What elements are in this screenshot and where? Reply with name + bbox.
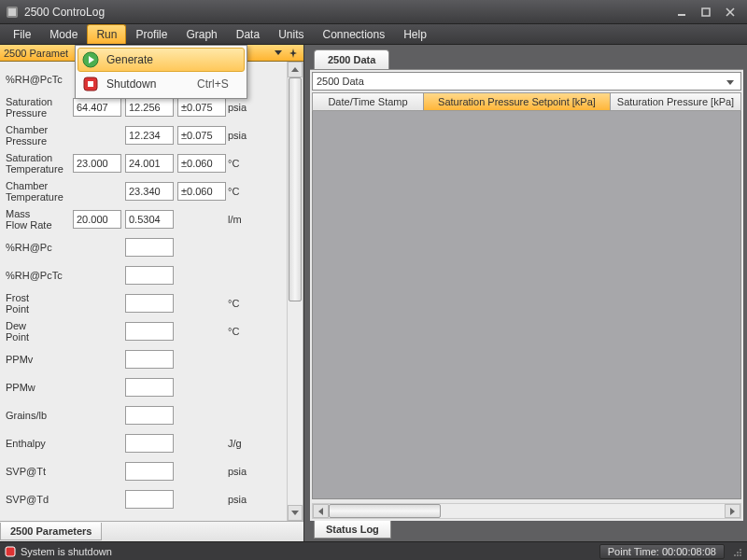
pin-icon[interactable] — [287, 47, 300, 60]
param-label: ChamberTemperature — [6, 180, 73, 203]
run-menu-shutdown[interactable]: ShutdownCtrl+S — [78, 72, 245, 96]
stop-icon — [80, 74, 101, 94]
svg-rect-11 — [740, 554, 741, 556]
param-input[interactable] — [125, 126, 174, 145]
column-header[interactable]: Saturation Pressure [kPa] — [611, 92, 741, 111]
param-input[interactable] — [177, 154, 226, 173]
param-input[interactable] — [177, 126, 226, 145]
data-source-combo[interactable]: 2500 Data — [312, 72, 741, 91]
param-unit: psia — [226, 102, 252, 113]
scroll-right-button[interactable] — [725, 504, 740, 518]
param-unit: °C — [226, 158, 252, 169]
statuslog-footer-tabs: Status Log — [310, 521, 747, 541]
param-row: Grains/lb — [0, 401, 287, 429]
menu-run[interactable]: Run — [87, 24, 126, 44]
parameters-scrollbar[interactable] — [287, 62, 303, 521]
param-row: SaturationTemperature°C — [0, 149, 287, 177]
param-input[interactable] — [73, 98, 121, 117]
column-header[interactable]: Date/Time Stamp — [312, 92, 424, 111]
parameters-footer-tabs: 2500 Parameters — [0, 521, 303, 541]
param-input[interactable] — [177, 98, 226, 117]
param-input[interactable] — [125, 406, 174, 425]
param-row: PPMv — [0, 345, 287, 373]
menu-graph[interactable]: Graph — [176, 24, 226, 44]
scroll-left-button[interactable] — [313, 504, 329, 518]
close-button[interactable] — [719, 4, 741, 21]
point-time-value: 00:00:08:08 — [662, 546, 716, 557]
param-input[interactable] — [125, 434, 174, 453]
param-label: ChamberPressure — [6, 124, 73, 147]
svg-rect-10 — [6, 547, 15, 556]
param-input[interactable] — [125, 350, 174, 369]
param-input[interactable] — [125, 462, 174, 481]
scroll-up-button[interactable] — [288, 62, 303, 77]
param-unit: l/m — [226, 214, 252, 225]
param-label: MassFlow Rate — [6, 208, 73, 231]
param-label: SVP@Tt — [6, 466, 73, 477]
run-menu-generate[interactable]: Generate — [78, 48, 245, 72]
data-tab[interactable]: 2500 Data — [314, 49, 389, 69]
statuslog-tab[interactable]: Status Log — [314, 521, 391, 539]
param-label: SVP@Td — [6, 494, 73, 505]
menu-help[interactable]: Help — [394, 24, 436, 44]
point-time-label: Point Time: — [608, 546, 659, 557]
work-area: 2500 Paramet %RH@PcTcSaturationPressurep… — [0, 45, 747, 541]
parameters-panel-body: %RH@PcTcSaturationPressurepsiaChamberPre… — [0, 62, 303, 521]
param-input[interactable] — [125, 378, 174, 397]
menu-data[interactable]: Data — [227, 24, 269, 44]
param-input[interactable] — [125, 98, 174, 117]
param-row: PPMw — [0, 373, 287, 401]
param-unit: °C — [226, 298, 252, 309]
param-input[interactable] — [125, 294, 174, 313]
parameters-tab[interactable]: 2500 Parameters — [0, 523, 102, 540]
param-input[interactable] — [125, 154, 174, 173]
svg-rect-16 — [740, 549, 741, 551]
minimize-button[interactable] — [670, 4, 693, 21]
param-input[interactable] — [73, 210, 121, 229]
scroll-thumb-h[interactable] — [329, 504, 441, 518]
panel-dropdown-icon[interactable] — [272, 47, 285, 60]
run-menu-dropdown: GenerateShutdownCtrl+S — [75, 45, 247, 99]
param-input[interactable] — [125, 238, 174, 257]
column-header[interactable]: Saturation Pressure Setpoint [kPa] — [424, 92, 611, 111]
data-area: 2500 Data Date/Time StampSaturation Pres… — [310, 69, 743, 521]
param-input[interactable] — [125, 210, 174, 229]
scroll-thumb[interactable] — [289, 77, 302, 301]
scroll-track-h[interactable] — [329, 504, 725, 518]
param-label: Enthalpy — [6, 438, 73, 449]
param-label: %RH@PcTc — [6, 74, 73, 85]
param-row: DewPoint°C — [0, 317, 287, 345]
scroll-down-button[interactable] — [288, 505, 303, 521]
menu-profile[interactable]: Profile — [126, 24, 176, 44]
param-input[interactable] — [125, 266, 174, 285]
data-grid-body[interactable] — [312, 111, 741, 499]
param-input[interactable] — [125, 322, 174, 341]
status-text: System is shutdown — [21, 546, 112, 557]
maximize-button[interactable] — [695, 4, 717, 21]
param-unit: °C — [226, 326, 252, 337]
menu-bar: FileModeRunProfileGraphDataUnitsConnecti… — [0, 24, 747, 45]
title-bar: 2500 ControLog — [0, 0, 747, 24]
menu-connections[interactable]: Connections — [313, 24, 394, 44]
app-icon — [6, 6, 19, 19]
param-input[interactable] — [125, 182, 174, 201]
param-input[interactable] — [73, 154, 121, 173]
menu-units[interactable]: Units — [269, 24, 313, 44]
param-row: ChamberPressurepsia — [0, 121, 287, 149]
param-label: Grains/lb — [6, 410, 73, 421]
status-bar: System is shutdown Point Time: 00:00:08:… — [0, 541, 747, 560]
data-tabstrip: 2500 Data — [310, 45, 747, 69]
svg-rect-9 — [88, 81, 93, 87]
data-grid-header: Date/Time StampSaturation Pressure Setpo… — [312, 92, 741, 111]
param-input[interactable] — [177, 182, 226, 201]
menu-mode[interactable]: Mode — [40, 24, 87, 44]
stop-icon — [4, 545, 17, 558]
data-scrollbar-horizontal[interactable] — [312, 503, 741, 519]
scroll-track[interactable] — [288, 77, 303, 505]
menu-file[interactable]: File — [4, 24, 40, 44]
param-row: SVP@Ttpsia — [0, 457, 287, 485]
param-label: %RH@PcTc — [6, 270, 73, 281]
window-title: 2500 ControLog — [24, 6, 669, 19]
resize-grip-icon[interactable] — [730, 545, 743, 558]
param-input[interactable] — [125, 490, 174, 509]
